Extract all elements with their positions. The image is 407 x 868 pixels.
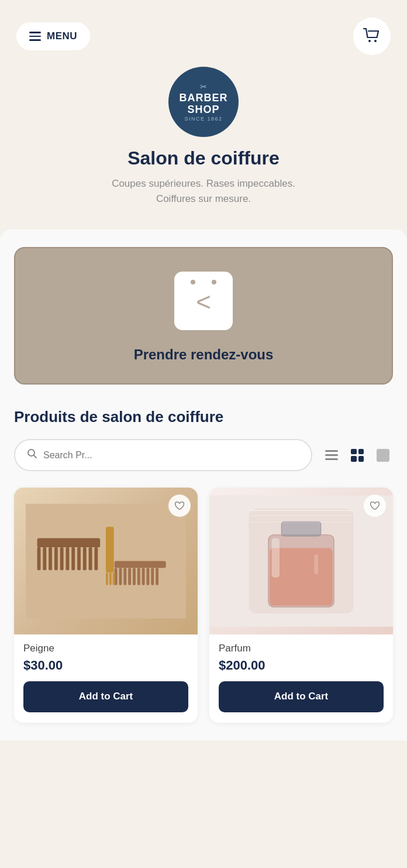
svg-rect-24 [146,568,149,585]
svg-point-1 [374,40,377,42]
appointment-label: Prendre rendez-vous [134,346,274,363]
product-price-comb: $30.00 [23,658,188,673]
product-card-comb: Peigne $30.00 Add to Cart [14,488,198,723]
appointment-card[interactable]: < Prendre rendez-vous [14,247,393,385]
heart-icon-comb [174,501,185,510]
wishlist-button-comb[interactable] [168,495,191,517]
add-to-cart-button-comb[interactable]: Add to Cart [23,681,188,712]
logo-text-line2: SHOP [187,104,219,116]
menu-button[interactable]: MENU [16,22,90,50]
product-info-perfume: Parfum $200.00 Add to Cart [209,634,393,722]
single-view-button[interactable] [373,445,393,465]
calendar-back-icon: < [196,287,211,317]
svg-rect-13 [83,547,87,570]
view-options [322,445,393,465]
product-info-comb: Peigne $30.00 Add to Cart [14,634,198,722]
svg-rect-28 [106,572,108,585]
svg-rect-19 [123,568,126,585]
logo-since: SINCE 1862 [184,116,222,122]
svg-rect-30 [113,572,115,585]
search-filter-row [14,439,393,471]
svg-rect-11 [71,547,75,570]
svg-rect-39 [250,515,353,516]
product-card-perfume: Parfum $200.00 Add to Cart [209,488,393,723]
logo-text-line1: BARBER [179,92,227,104]
svg-rect-40 [250,522,353,522]
calendar-dot-right [212,280,216,284]
heart-icon-perfume [370,501,380,510]
products-grid: Peigne $30.00 Add to Cart [14,488,393,723]
svg-rect-5 [37,547,41,570]
search-icon [27,448,37,462]
scissors-icon: ✂ [200,82,207,91]
svg-rect-18 [119,568,122,585]
svg-rect-10 [66,547,70,570]
calendar-icon-wrapper: < [174,272,233,330]
wishlist-button-perfume[interactable] [364,495,386,517]
svg-rect-7 [49,547,52,570]
list-view-icon [325,450,338,460]
grid-view-button[interactable] [347,445,367,465]
svg-rect-14 [89,547,92,570]
product-image-comb [14,488,198,634]
svg-rect-6 [43,547,46,570]
products-section: Produits de salon de coiffure [14,408,393,723]
svg-point-0 [368,40,371,42]
header-top: MENU [16,18,391,55]
list-view-button[interactable] [322,447,342,464]
page-title: Salon de coiffure [127,147,280,169]
single-view-icon [377,449,389,462]
product-image-perfume [209,488,393,634]
calendar-dots [191,280,216,284]
search-box[interactable] [14,439,312,471]
svg-rect-35 [281,522,320,536]
svg-rect-37 [314,554,318,574]
products-section-title: Produits de salon de coiffure [14,408,393,426]
svg-rect-9 [60,547,64,570]
svg-rect-12 [77,547,81,570]
main-content: < Prendre rendez-vous Produits de salon … [0,229,407,740]
svg-rect-25 [151,568,154,585]
calendar-dot-left [191,280,195,284]
hamburger-icon [29,32,41,41]
svg-rect-21 [133,568,136,585]
header-subtitle: Coupes supérieures. Rases impeccables. C… [112,176,295,206]
product-name-comb: Peigne [23,643,188,654]
cart-icon [363,28,381,44]
logo-container: ✂ BARBER SHOP SINCE 1862 [168,67,239,137]
grid-view-icon [351,449,364,462]
product-name-perfume: Parfum [219,643,384,654]
add-to-cart-button-perfume[interactable]: Add to Cart [219,681,384,712]
search-input[interactable] [43,450,299,461]
svg-rect-20 [128,568,131,585]
svg-rect-22 [137,568,140,585]
svg-rect-29 [109,572,112,585]
logo: ✂ BARBER SHOP SINCE 1862 [168,67,239,137]
svg-rect-4 [37,538,101,547]
cart-button[interactable] [353,18,391,55]
svg-rect-36 [272,538,280,577]
product-price-perfume: $200.00 [219,658,384,673]
svg-rect-8 [54,547,58,570]
svg-rect-23 [142,568,145,585]
svg-rect-38 [250,510,353,511]
svg-rect-16 [115,561,166,568]
header: MENU ✂ BARBER SHOP SINCE 1862 Salon de c… [0,0,407,229]
svg-rect-26 [156,568,158,585]
appointment-inner: < Prendre rendez-vous [15,248,392,383]
svg-rect-27 [106,527,114,572]
svg-rect-15 [94,547,98,570]
menu-label: MENU [47,30,77,42]
